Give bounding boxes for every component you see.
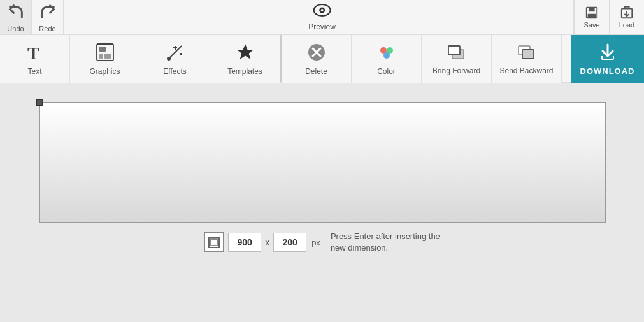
bring-forward-button[interactable]: Bring Forward [422,35,492,83]
height-input[interactable] [273,233,306,252]
svg-rect-5 [588,14,596,18]
templates-icon [236,43,255,64]
save-icon [585,6,599,21]
delete-icon [307,43,326,64]
save-button[interactable]: Save [574,0,609,34]
main-area: x px Press Enter after inserting the new… [0,83,644,322]
tool-group-right: Delete Color Bring Forward [282,35,562,82]
canvas[interactable] [39,102,606,223]
dimension-bar: x px Press Enter after inserting the new… [204,231,440,254]
svg-rect-29 [522,50,534,59]
svg-rect-4 [589,8,594,11]
undo-button[interactable]: Undo [0,0,32,34]
send-backward-button[interactable]: Send Backward [492,35,562,83]
bring-forward-icon [447,43,466,63]
load-button[interactable]: Load [609,0,644,34]
graphics-icon [96,43,115,64]
preview-icon [313,3,331,21]
canvas-size-icon [204,232,224,252]
tool-group-left: T Text Graphics [0,35,282,82]
svg-rect-32 [211,239,217,245]
undo-redo-group: Undo Redo [0,0,64,34]
send-backward-label: Send Backward [499,66,553,75]
svg-rect-11 [99,54,103,59]
undo-label: Undo [7,25,24,33]
download-icon [597,42,618,63]
save-label: Save [583,21,599,29]
svg-text:T: T [27,43,39,62]
svg-rect-12 [104,54,111,59]
redo-button[interactable]: Redo [32,0,64,34]
delete-label: Delete [305,67,327,76]
templates-tool-button[interactable]: Templates [210,35,280,83]
dimension-separator: x [265,237,269,247]
preview-button[interactable]: Preview [308,3,336,31]
svg-point-2 [321,9,324,11]
preview-label: Preview [308,22,336,31]
color-tool-button[interactable]: Color [352,35,422,83]
download-label: DOWNLOAD [580,66,635,76]
effects-label: Effects [163,67,186,76]
templates-label: Templates [227,67,262,76]
svg-point-25 [383,52,390,59]
top-bar: Undo Redo Preview [0,0,644,35]
canvas-handle[interactable] [36,99,43,106]
svg-rect-27 [448,46,460,55]
text-icon: T [25,43,45,64]
text-tool-button[interactable]: T Text [0,35,70,83]
svg-rect-10 [99,47,106,52]
toolbar: T Text Graphics [0,35,644,83]
width-input[interactable] [228,233,261,252]
download-button[interactable]: DOWNLOAD [571,35,644,83]
dimension-unit: px [311,238,320,247]
bring-forward-label: Bring Forward [433,66,480,75]
redo-label: Redo [39,25,55,33]
svg-point-14 [167,57,171,61]
effects-tool-button[interactable]: Effects [140,35,210,83]
graphics-label: Graphics [89,67,120,76]
delete-tool-button[interactable]: Delete [282,35,352,83]
text-label: Text [27,67,41,76]
load-label: Load [619,21,634,29]
color-icon [377,43,396,64]
redo-icon [39,3,57,24]
graphics-tool-button[interactable]: Graphics [70,35,140,83]
send-backward-icon [517,43,536,63]
undo-icon [7,3,25,24]
save-load-group: Save Load [573,0,644,34]
svg-marker-19 [237,44,254,59]
load-icon [620,6,634,21]
color-label: Color [377,67,396,76]
effects-icon [166,43,185,64]
dimension-hint: Press Enter after inserting the new dime… [331,231,440,254]
